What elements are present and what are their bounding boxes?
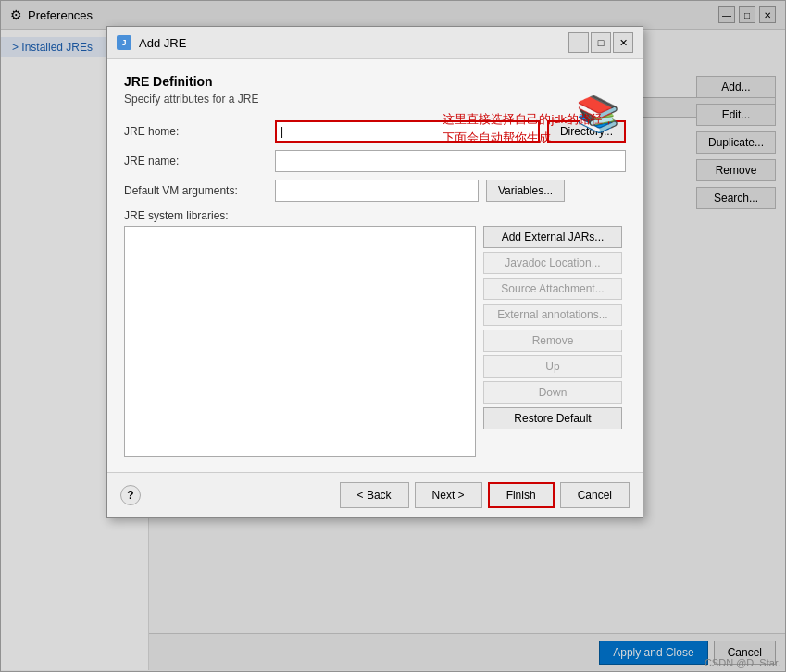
remove-lib-button[interactable]: Remove [483, 330, 622, 352]
restore-default-button[interactable]: Restore Default [483, 407, 622, 429]
jre-definition-subtitle: Specify attributes for a JRE [124, 93, 626, 106]
dialog-maximize-button[interactable]: □ [591, 32, 611, 53]
jre-name-row: JRE name: [124, 150, 626, 172]
help-button[interactable]: ? [120, 485, 141, 505]
vm-args-label: Default VM arguments: [124, 184, 268, 197]
vm-args-input[interactable] [275, 180, 479, 202]
libs-list [124, 226, 476, 457]
dialog-minimize-button[interactable]: — [568, 32, 589, 53]
vm-args-row: Default VM arguments: Variables... [124, 180, 626, 202]
jre-name-label: JRE name: [124, 155, 268, 168]
dialog-icon: J [117, 35, 131, 50]
source-attachment-button[interactable]: Source Attachment... [483, 278, 622, 300]
dialog-body: JRE Definition Specify attributes for a … [107, 59, 643, 472]
jre-home-label: JRE home: [124, 125, 268, 138]
dialog-titlebar: J Add JRE — □ ✕ [107, 27, 643, 59]
jre-definition-heading: JRE Definition [124, 74, 626, 89]
footer-right: < Back Next > Finish Cancel [340, 482, 630, 508]
down-button[interactable]: Down [483, 381, 622, 404]
dialog-cancel-button[interactable]: Cancel [560, 482, 630, 508]
jre-name-input[interactable] [275, 150, 626, 172]
dialog-window-controls[interactable]: — □ ✕ [568, 32, 633, 53]
libs-buttons: Add External JARs... Javadoc Location...… [483, 226, 622, 429]
add-jre-dialog: J Add JRE — □ ✕ JRE Definition Specify a… [106, 26, 643, 518]
dialog-footer: ? < Back Next > Finish Cancel [107, 472, 643, 517]
variables-button[interactable]: Variables... [486, 180, 565, 202]
books-icon: 📚 [576, 93, 619, 134]
libs-row: Add External JARs... Javadoc Location...… [124, 226, 626, 457]
external-annotations-button[interactable]: External annotations... [483, 304, 622, 326]
javadoc-location-button[interactable]: Javadoc Location... [483, 252, 622, 274]
dialog-title: Add JRE [139, 36, 186, 50]
back-button[interactable]: < Back [340, 482, 409, 508]
up-button[interactable]: Up [483, 355, 622, 378]
dialog-close-button[interactable]: ✕ [613, 32, 633, 53]
footer-left: ? [120, 485, 141, 505]
next-button[interactable]: Next > [415, 482, 482, 508]
add-external-jars-button[interactable]: Add External JARs... [483, 226, 622, 248]
finish-button[interactable]: Finish [488, 482, 555, 508]
jre-home-input[interactable] [275, 120, 540, 143]
sys-libs-label: JRE system libraries: [124, 209, 626, 222]
jre-home-row: JRE home: Directory... [124, 120, 626, 143]
